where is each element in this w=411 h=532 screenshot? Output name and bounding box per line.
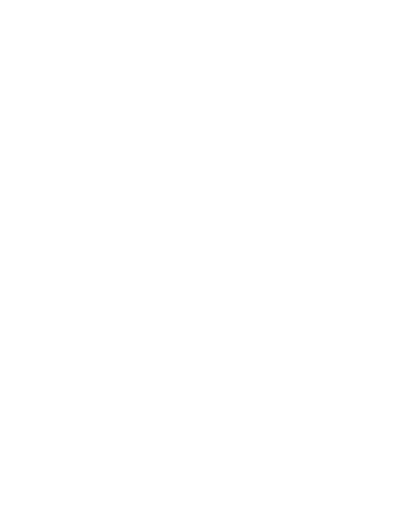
spreadsheet: A B C D E H I J K L M N O P Q 1234567891… bbox=[0, 0, 411, 40]
